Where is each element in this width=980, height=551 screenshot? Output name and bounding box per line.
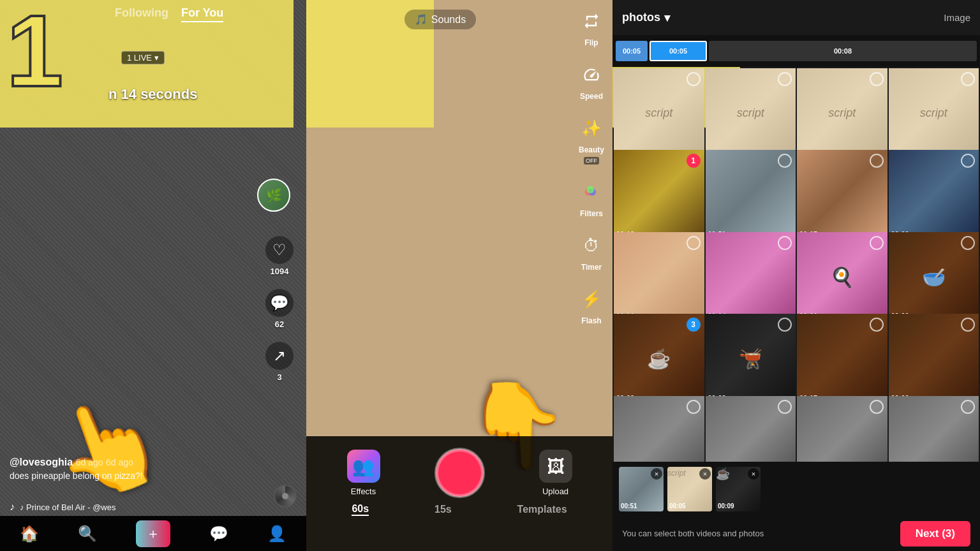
creator-avatar[interactable]: 🌿 bbox=[257, 179, 290, 212]
photo-cell-12[interactable]: 🥣 00:00 bbox=[889, 232, 979, 323]
photo-select-5[interactable]: 1 bbox=[687, 154, 701, 168]
photo-cell-11[interactable]: 🍳 00:00 bbox=[797, 232, 887, 323]
tool-flip[interactable]: Flip bbox=[577, 6, 606, 47]
tool-beauty[interactable]: ✨ Beauty OFF bbox=[577, 114, 606, 165]
music-note-icon: ♪ bbox=[10, 501, 15, 513]
photo-select-3[interactable] bbox=[870, 72, 884, 86]
photo-select-19[interactable] bbox=[870, 400, 884, 414]
tool-flash[interactable]: ⚡ Flash bbox=[577, 284, 606, 325]
post-time-value: 6d ago bbox=[106, 457, 133, 467]
beauty-label: Beauty bbox=[579, 145, 604, 154]
photo-cell-14[interactable]: 🫕 00:02 bbox=[706, 314, 796, 404]
photo-select-7[interactable] bbox=[870, 154, 884, 168]
photo-cell-3[interactable]: script 00:19 bbox=[797, 68, 887, 159]
music-info[interactable]: ♪ ♪ Prince of Bel Air - @wes bbox=[10, 501, 115, 513]
photo-select-4[interactable] bbox=[961, 72, 975, 86]
photo-cell-13[interactable]: ☕ 00:09 3 bbox=[614, 314, 704, 404]
photo-cell-8[interactable]: 00:20 bbox=[889, 150, 979, 240]
upload-icon: 🖼 bbox=[539, 450, 572, 483]
live-badge[interactable]: 1 LIVE ▾ bbox=[121, 51, 165, 64]
effects-label: Effects bbox=[351, 487, 376, 496]
photo-cell-4[interactable]: script 00:19 bbox=[889, 68, 979, 159]
timeline-time-3: 00:08 bbox=[834, 47, 852, 55]
remove-thumb-1[interactable]: × bbox=[651, 468, 662, 480]
timeline-time-2: 00:05 bbox=[669, 47, 687, 55]
duration-60s[interactable]: 60s bbox=[352, 503, 369, 516]
nav-inbox[interactable]: 💬 bbox=[209, 525, 228, 543]
effects-button[interactable]: 👥 Effects bbox=[347, 450, 380, 496]
photo-cell-15[interactable]: 00:17 bbox=[797, 314, 887, 404]
nav-home[interactable]: 🏠 bbox=[20, 525, 39, 543]
photo-select-15[interactable] bbox=[870, 318, 884, 332]
selected-thumb-2: script × 00:05 bbox=[667, 467, 712, 511]
photo-select-11[interactable] bbox=[870, 236, 884, 250]
video-caption: does pineapple belong on pizza?! bbox=[10, 471, 143, 481]
comment-button[interactable]: 💬 62 bbox=[265, 289, 293, 329]
music-icon: 🎵 bbox=[415, 13, 427, 26]
photo-select-20[interactable] bbox=[961, 400, 975, 414]
home-icon: 🏠 bbox=[20, 525, 39, 543]
photo-select-13[interactable]: 3 bbox=[687, 318, 701, 332]
image-type-button[interactable]: Image bbox=[944, 12, 970, 23]
photo-cell-10[interactable]: 00:14 bbox=[706, 232, 796, 323]
photo-cell-9[interactable]: 00:06 bbox=[614, 232, 704, 323]
photo-select-12[interactable] bbox=[961, 236, 975, 250]
photos-dropdown[interactable]: photos ▾ bbox=[622, 11, 670, 25]
nav-profile[interactable]: 👤 bbox=[267, 525, 286, 543]
sounds-bar: 🎵 Sounds bbox=[306, 10, 574, 29]
photo-cell-16[interactable]: 00:06 bbox=[889, 314, 979, 404]
action-buttons-container: ♡ 1094 💬 62 ↗ 3 bbox=[265, 236, 293, 382]
comment-icon: 💬 bbox=[265, 289, 293, 317]
next-button[interactable]: Next (3) bbox=[900, 521, 970, 547]
photo-cell-7[interactable]: 00:17 bbox=[797, 150, 887, 240]
selected-thumb-duration-1: 00:51 bbox=[621, 503, 637, 510]
nav-create[interactable]: ＋ bbox=[136, 520, 170, 547]
search-icon: 🔍 bbox=[78, 525, 97, 543]
creator-username[interactable]: @lovesoghia bbox=[10, 457, 73, 467]
nav-search[interactable]: 🔍 bbox=[78, 525, 97, 543]
footer-hint: You can select both videos and photos bbox=[622, 529, 764, 538]
panel-photo-picker: 👆 photos ▾ Image 00:05 00:05 00:08 scrip… bbox=[612, 0, 980, 551]
video-timeline: 00:05 00:05 00:08 bbox=[612, 35, 980, 67]
tab-following[interactable]: Following bbox=[115, 6, 168, 22]
photo-select-18[interactable] bbox=[778, 400, 792, 414]
music-text: ♪ Prince of Bel Air - @wes bbox=[20, 503, 115, 512]
remove-thumb-3[interactable]: × bbox=[748, 468, 759, 480]
photo-select-2[interactable] bbox=[778, 72, 792, 86]
timeline-segment-2[interactable]: 00:05 bbox=[650, 41, 707, 61]
photo-cell-6[interactable]: 00:51 bbox=[706, 150, 796, 240]
selected-thumb-3: ☕ × 00:09 bbox=[716, 467, 761, 511]
duration-15s[interactable]: 15s bbox=[434, 504, 452, 515]
photo-select-1[interactable] bbox=[687, 72, 701, 86]
share-button[interactable]: ↗ 3 bbox=[265, 342, 293, 382]
photo-cell-5[interactable]: 00:18 1 bbox=[614, 150, 704, 240]
sounds-button[interactable]: 🎵 Sounds bbox=[405, 10, 476, 29]
flash-icon: ⚡ bbox=[577, 284, 606, 314]
remove-thumb-2[interactable]: × bbox=[699, 468, 711, 480]
tool-filters[interactable]: Filters bbox=[577, 177, 606, 218]
upload-button[interactable]: 🖼 Upload bbox=[539, 450, 572, 496]
duration-templates[interactable]: Templates bbox=[517, 504, 567, 515]
record-button[interactable] bbox=[436, 449, 484, 497]
tool-speed[interactable]: Speed bbox=[577, 60, 606, 101]
photo-cell-2[interactable]: script 00:19 bbox=[706, 68, 796, 159]
timeline-segment-3: 00:08 bbox=[709, 41, 977, 61]
selected-thumb-duration-3: 00:09 bbox=[718, 503, 734, 510]
tab-for-you[interactable]: For You bbox=[181, 6, 223, 22]
step-number-1: 1 bbox=[6, 0, 63, 102]
photo-select-17[interactable] bbox=[687, 400, 701, 414]
like-button[interactable]: ♡ 1094 bbox=[265, 236, 293, 276]
tool-timer[interactable]: ⏱ Timer bbox=[577, 231, 606, 272]
photo-select-9[interactable] bbox=[687, 236, 701, 250]
photo-grid: script 00:19 script 00:19 script 00:19 s… bbox=[612, 67, 980, 478]
photo-select-10[interactable] bbox=[778, 236, 792, 250]
photo-cell-1[interactable]: script 00:19 bbox=[614, 68, 704, 159]
filters-label: Filters bbox=[580, 209, 603, 218]
plus-icon: ＋ bbox=[146, 524, 160, 543]
panel-feed: 1 Following For You 1 LIVE ▾ n 14 second… bbox=[0, 0, 306, 551]
sounds-label: Sounds bbox=[431, 14, 466, 26]
flip-icon bbox=[577, 6, 606, 36]
share-icon: ↗ bbox=[265, 342, 293, 370]
music-disc[interactable] bbox=[274, 485, 297, 508]
speed-label: Speed bbox=[580, 92, 603, 101]
